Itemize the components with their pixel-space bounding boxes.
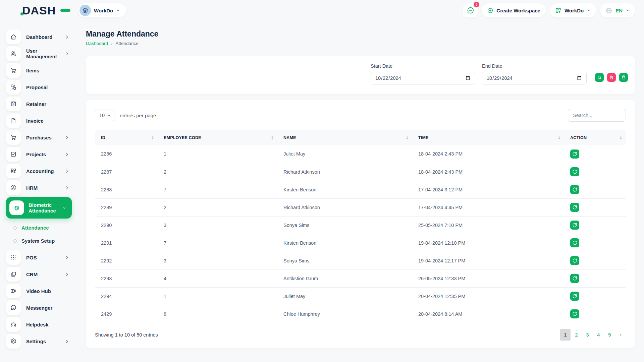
sidebar-item-items[interactable]: Items bbox=[6, 63, 77, 78]
cell-time: 18-04-2024 2:43 PM bbox=[412, 163, 564, 181]
cell-id: 2294 bbox=[95, 287, 158, 305]
sidebar-item-messenger[interactable]: Messenger bbox=[6, 300, 77, 315]
cell-time: 25-05-2024 7:10 PM bbox=[412, 216, 564, 234]
cell-time: 20-04-2024 12:35 PM bbox=[412, 287, 564, 305]
cell-name: Juliet May bbox=[277, 145, 412, 163]
chevron-down-icon bbox=[626, 8, 630, 12]
sidebar-item-biometric-attendance[interactable]: Biometric Attendance bbox=[6, 197, 72, 219]
sidebar-item-proposal[interactable]: Proposal bbox=[6, 80, 77, 95]
home-icon bbox=[6, 29, 21, 44]
column-header-time[interactable]: TIME bbox=[412, 130, 564, 145]
fingerprint-icon bbox=[9, 200, 24, 215]
sidebar-item-helpdesk[interactable]: Helpdesk bbox=[6, 317, 77, 332]
refresh-row-button[interactable] bbox=[570, 238, 579, 247]
table-search-input[interactable] bbox=[568, 109, 626, 122]
breadcrumb-dashboard-link[interactable]: Dashboard bbox=[86, 41, 108, 46]
refresh-row-button[interactable] bbox=[570, 167, 579, 176]
pagination-page[interactable]: 1 bbox=[560, 329, 571, 341]
sidebar-item-purchases[interactable]: Purchases bbox=[6, 130, 77, 145]
column-header-employee-code[interactable]: EMPLOYEE CODE bbox=[158, 130, 277, 145]
cell-name: Kirsten Benson bbox=[277, 181, 412, 198]
refresh-row-button[interactable] bbox=[570, 256, 579, 265]
cell-employee-code: 8 bbox=[158, 305, 277, 323]
refresh-icon bbox=[572, 205, 577, 210]
column-header-name[interactable]: NAME bbox=[277, 130, 412, 145]
sidebar-item-retainer[interactable]: Retainer bbox=[6, 97, 77, 111]
sort-icon[interactable] bbox=[152, 136, 154, 139]
sidebar-item-label: Messenger bbox=[26, 305, 52, 311]
table-controls: 10 entries per page bbox=[95, 109, 626, 122]
entries-per-page-select[interactable]: 10 bbox=[95, 110, 114, 121]
grid-plus-icon bbox=[6, 164, 21, 178]
table-row: 2429 8 Chloe Humphrey 20-04-2024 8:14 AM bbox=[95, 305, 626, 323]
sort-icon[interactable] bbox=[406, 136, 408, 139]
cell-time: 19-04-2024 12:10 PM bbox=[412, 234, 564, 252]
refresh-icon bbox=[572, 258, 577, 263]
chevron-down-icon bbox=[107, 114, 111, 117]
cart-icon bbox=[6, 63, 21, 78]
sidebar-item-label: User Management bbox=[26, 48, 65, 59]
create-workspace-label: Create Workspace bbox=[496, 8, 540, 13]
refresh-icon bbox=[572, 240, 577, 245]
sort-icon[interactable] bbox=[558, 136, 560, 139]
sidebar-item-invoice[interactable]: Invoice bbox=[6, 113, 77, 128]
overlap-squares-icon bbox=[6, 267, 21, 282]
refresh-row-button[interactable] bbox=[570, 274, 579, 283]
start-date-label: Start Date bbox=[371, 63, 475, 69]
globe-icon bbox=[605, 7, 612, 14]
refresh-icon bbox=[572, 187, 577, 192]
dash-logo[interactable]: DASH bbox=[22, 4, 72, 17]
sidebar-item-video-hub[interactable]: Video Hub bbox=[6, 284, 77, 298]
table-row: 2288 7 Kirsten Benson 17-04-2024 3:12 PM bbox=[95, 181, 626, 198]
clear-filter-button[interactable] bbox=[607, 73, 616, 82]
pagination-page[interactable]: › bbox=[615, 329, 626, 341]
sidebar-item-label: Items bbox=[26, 68, 39, 73]
refresh-row-button[interactable] bbox=[570, 221, 579, 230]
cell-employee-code: 7 bbox=[158, 181, 277, 198]
cell-time: 17-04-2024 4:45 PM bbox=[412, 198, 564, 216]
headset-icon bbox=[6, 317, 21, 332]
pagination-page[interactable]: 2 bbox=[571, 329, 582, 341]
sync-device-button[interactable] bbox=[619, 73, 628, 82]
workspace-chip[interactable]: WorkDo bbox=[78, 3, 126, 17]
pagination-page[interactable]: 4 bbox=[593, 329, 604, 341]
subitem-label: Attendance bbox=[21, 225, 49, 231]
sidebar-subitem-system-setup[interactable]: System Setup bbox=[6, 234, 77, 247]
sidebar-item-accounting[interactable]: Accounting bbox=[6, 164, 77, 178]
end-date-input[interactable] bbox=[482, 72, 587, 84]
sidebar-item-label: Settings bbox=[26, 339, 46, 344]
sidebar-item-hrm[interactable]: HRM bbox=[6, 180, 77, 195]
create-workspace-button[interactable]: Create Workspace bbox=[482, 3, 546, 17]
dots-grid-icon bbox=[6, 250, 21, 265]
pagination-page[interactable]: 3 bbox=[582, 329, 593, 341]
sort-icon[interactable] bbox=[620, 136, 622, 139]
pagination-page[interactable]: 5 bbox=[604, 329, 615, 341]
sidebar-item-settings[interactable]: Settings bbox=[6, 334, 77, 349]
sidebar-item-user-management[interactable]: User Management bbox=[6, 46, 77, 61]
sidebar-item-dashboard[interactable]: Dashboard bbox=[6, 29, 77, 44]
sidebar-item-crm[interactable]: CRM bbox=[6, 267, 77, 282]
entries-per-page-value: 10 bbox=[99, 113, 105, 118]
sidebar-item-label: Video Hub bbox=[26, 288, 51, 294]
refresh-row-button[interactable] bbox=[570, 292, 579, 301]
sort-icon[interactable] bbox=[271, 136, 273, 139]
cell-id: 2287 bbox=[95, 163, 158, 181]
messages-button[interactable]: 0 bbox=[463, 3, 478, 17]
cell-employee-code: 7 bbox=[158, 234, 277, 252]
refresh-row-button[interactable] bbox=[570, 309, 579, 318]
language-selector[interactable]: EN bbox=[600, 3, 635, 17]
sidebar-item-label: Helpdesk bbox=[26, 322, 49, 327]
workspace-menu-button[interactable]: WorkDo bbox=[550, 3, 596, 17]
apply-filter-button[interactable] bbox=[595, 73, 604, 82]
column-header-id[interactable]: ID bbox=[95, 130, 158, 145]
cell-employee-code: 1 bbox=[158, 287, 277, 305]
sidebar-item-pos[interactable]: POS bbox=[6, 250, 77, 265]
column-header-action[interactable]: ACTION bbox=[564, 130, 626, 145]
gear-icon bbox=[6, 334, 21, 349]
refresh-row-button[interactable] bbox=[570, 149, 579, 159]
refresh-row-button[interactable] bbox=[570, 185, 579, 194]
start-date-input[interactable] bbox=[371, 72, 475, 84]
sidebar-item-projects[interactable]: Projects bbox=[6, 147, 77, 162]
sidebar-subitem-attendance[interactable]: Attendance bbox=[6, 221, 77, 234]
refresh-row-button[interactable] bbox=[570, 203, 579, 212]
